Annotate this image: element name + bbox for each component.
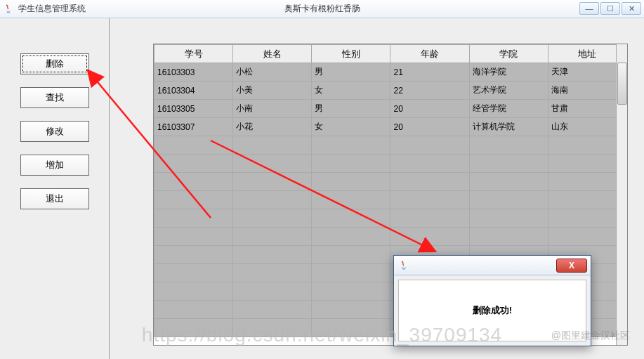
vertical-scrollbar[interactable] [616,44,627,345]
table-row[interactable]: 16103303小松男21海洋学院天津 [155,63,627,81]
table-cell-empty [155,246,233,264]
table-cell-empty [548,228,626,246]
table-cell-empty [548,136,626,155]
table-cell-empty [155,228,233,246]
dialog-titlebar: X [394,256,591,275]
table-cell-empty [233,301,312,319]
table-row[interactable]: 16103307小花女20计算机学院山东 [155,118,627,136]
maximize-button[interactable]: ☐ [600,2,620,15]
table-cell[interactable]: 天津 [548,63,626,81]
column-header[interactable]: 性别 [312,45,390,63]
table-row[interactable]: 16103305小南男20经管学院甘肃 [155,100,627,118]
table-cell-empty [155,191,233,209]
table-cell[interactable]: 海洋学院 [469,63,548,81]
table-cell-empty [390,209,469,228]
table-cell[interactable]: 女 [312,118,390,136]
table-cell-empty [155,173,233,191]
column-header[interactable]: 年龄 [390,45,469,63]
table-cell[interactable]: 16103303 [155,63,233,81]
column-header[interactable]: 学院 [469,45,548,63]
table-cell-empty [312,228,390,246]
table-cell-empty [312,264,390,282]
table-cell[interactable]: 山东 [548,118,626,136]
table-row-empty [155,191,627,209]
table-cell-empty [155,155,233,173]
table-cell[interactable]: 小花 [233,118,312,136]
table-cell-empty [312,319,390,337]
table-cell[interactable]: 计算机学院 [469,118,548,136]
table-cell-empty [469,209,548,228]
table-cell-empty [390,155,469,173]
table-cell[interactable]: 海南 [548,81,626,100]
table-cell-empty [469,228,548,246]
window-center-title: 奥斯卡有根粉红香肠 [284,3,360,15]
column-header[interactable]: 学号 [155,45,233,63]
table-cell[interactable]: 甘肃 [548,100,626,118]
table-cell-empty [233,191,312,209]
table-cell-empty [469,173,548,191]
table-cell-empty [155,209,233,228]
table-cell-empty [548,209,626,228]
table-cell-empty [469,136,548,155]
delete-button[interactable]: 删除 [20,53,89,74]
table-cell[interactable]: 20 [390,100,469,118]
modify-button[interactable]: 修改 [20,121,89,142]
table-cell-empty [390,191,469,209]
table-cell-empty [469,155,548,173]
search-button[interactable]: 查找 [20,87,89,108]
table-row-empty [155,155,627,173]
table-cell-empty [155,136,233,155]
close-button[interactable]: ✕ [622,2,641,15]
table-cell[interactable]: 16103305 [155,100,233,118]
table-cell-empty [312,246,390,264]
table-row[interactable]: 16103304小美女22艺术学院海南 [155,81,627,100]
table-cell-empty [390,228,469,246]
table-row-empty [155,136,627,155]
sidebar: 删除查找修改增加退出 [0,18,110,359]
table-cell-empty [233,264,312,282]
column-header[interactable]: 姓名 [233,45,312,63]
table-cell[interactable]: 经管学院 [469,100,548,118]
table-cell-empty [312,191,390,209]
table-cell[interactable]: 16103304 [155,81,233,100]
table-cell-empty [155,282,233,301]
table-cell-empty [233,246,312,264]
table-cell-empty [312,209,390,228]
table-cell[interactable]: 小松 [233,63,312,81]
table-cell-empty [548,173,626,191]
java-icon [3,4,14,15]
table-cell[interactable]: 21 [390,63,469,81]
table-cell-empty [312,173,390,191]
minimize-button[interactable]: — [579,2,599,15]
table-cell-empty [233,136,312,155]
table-cell[interactable]: 16103307 [155,118,233,136]
table-cell-empty [548,191,626,209]
dialog-close-button[interactable]: X [556,259,587,273]
table-cell-empty [312,136,390,155]
table-cell[interactable]: 小美 [233,81,312,100]
java-icon [398,260,409,271]
table-cell-empty [390,173,469,191]
table-cell-empty [155,264,233,282]
table-cell[interactable]: 艺术学院 [469,81,548,100]
dialog-message: 删除成功! [398,280,586,341]
table-cell[interactable]: 男 [312,100,390,118]
table-cell[interactable]: 男 [312,63,390,81]
table-cell-empty [233,173,312,191]
table-cell-empty [233,209,312,228]
table-cell[interactable]: 小南 [233,100,312,118]
table-cell-empty [233,228,312,246]
column-header[interactable]: 地址 [548,45,626,63]
table-cell-empty [312,282,390,301]
table-cell[interactable]: 20 [390,118,469,136]
table-cell[interactable]: 女 [312,81,390,100]
table-cell-empty [390,136,469,155]
exit-button[interactable]: 退出 [20,188,89,209]
table-cell-empty [548,155,626,173]
table-cell-empty [155,301,233,319]
table-cell-empty [312,301,390,319]
table-cell[interactable]: 22 [390,81,469,100]
add-button[interactable]: 增加 [20,155,89,176]
window-buttons: — ☐ ✕ [579,2,641,15]
scrollbar-thumb[interactable] [617,63,627,105]
